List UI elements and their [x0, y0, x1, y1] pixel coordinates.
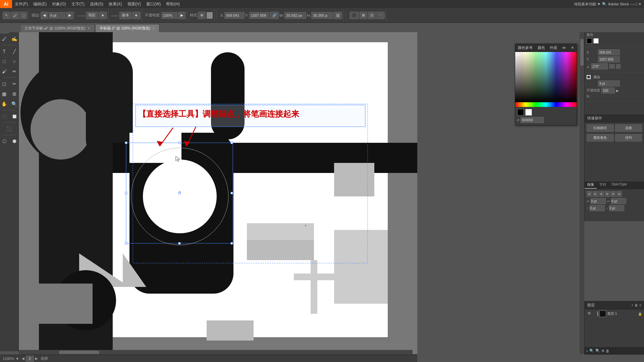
line-tool[interactable]: ╱ — [10, 47, 19, 56]
zoom-control[interactable]: 1200% ▼ — [3, 357, 19, 361]
stroke-weight-input[interactable] — [49, 12, 65, 19]
brush-type-btn[interactable]: 基本 — [119, 12, 131, 19]
color-panel-header[interactable]: 颜色参考 颜色 外观 ≫ ✕ — [515, 44, 577, 52]
gradient-tool[interactable]: ▦ — [0, 89, 9, 99]
type-tab-opentype[interactable]: OpenType — [609, 181, 630, 189]
x-input[interactable] — [224, 12, 245, 19]
color-tab2[interactable]: 外观 — [550, 45, 557, 50]
brush-type-down[interactable]: ▼ — [132, 12, 141, 19]
align-btn[interactable]: ⊞ — [360, 12, 367, 19]
hand-tool[interactable]: ✋ — [0, 99, 9, 109]
menu-window[interactable]: 窗口(W) — [144, 0, 163, 8]
tab-1-close[interactable]: ✕ — [88, 26, 90, 30]
pen-tool[interactable]: 🖊 — [0, 34, 9, 44]
h-scroll-thumb[interactable] — [59, 351, 99, 354]
window-controls[interactable]: — □ ✕ — [630, 2, 641, 6]
canvas-area[interactable]: 【直接选择工具】调整锚点，将笔画连接起来 — [19, 32, 417, 354]
move-layer-up-btn[interactable]: 🔍 — [589, 349, 594, 353]
align-center-btn[interactable]: ≡ — [593, 191, 598, 197]
hex-input[interactable] — [521, 117, 544, 123]
brush-btn[interactable]: 🖊 — [11, 12, 19, 19]
menu-edit[interactable]: 编辑(E) — [31, 0, 49, 8]
indent-right-input[interactable] — [611, 198, 626, 204]
rect-tool[interactable]: □ — [0, 57, 9, 66]
page-prev-btn[interactable]: ◀ — [22, 357, 24, 360]
arrange-btn[interactable]: 排列 — [615, 134, 642, 141]
stroke-color[interactable]: ⬜ — [10, 112, 19, 121]
opacity-arrow[interactable]: ▶ — [178, 12, 185, 19]
stroke-up-btn[interactable]: ▶ — [66, 12, 73, 19]
anchor-tool[interactable]: ✍ — [10, 34, 19, 44]
x-coord-input[interactable] — [598, 49, 620, 55]
tab-2[interactable]: 半标题-1* @ 100% (RGB/预览) ✕ — [95, 24, 160, 32]
artboard-nav-right[interactable]: ⬢ — [10, 136, 19, 146]
type-tab-char[interactable]: 字符 — [597, 181, 609, 189]
y-input[interactable] — [249, 12, 269, 19]
ellipse-tool[interactable]: ○ — [10, 57, 19, 66]
add-artboard-btn[interactable]: + — [586, 349, 588, 353]
pencil-tool[interactable]: ✏ — [10, 67, 19, 76]
delete-layer-btn[interactable]: 🗑 — [635, 303, 638, 307]
delete-selected-layer-btn[interactable]: 🗑 — [606, 349, 609, 353]
layers-panel-menu-btn[interactable]: ≡ — [639, 303, 641, 307]
color-panel-expand[interactable]: ≫ — [562, 46, 566, 50]
menu-object[interactable]: 对象(O) — [49, 0, 68, 8]
menu-help[interactable]: 帮助(H) — [163, 0, 182, 8]
opacity-expand-btn[interactable]: ▶ — [616, 89, 619, 93]
align-left-btn[interactable]: ≡ — [587, 191, 592, 197]
v-scrollbar[interactable] — [580, 32, 584, 354]
layer-lock-icon[interactable]: 🔒 — [638, 312, 642, 316]
menu-effect[interactable]: 效果(X) — [106, 0, 125, 8]
scissors-tool[interactable]: ✂ — [10, 79, 19, 88]
align-right-btn[interactable]: ≡ — [599, 191, 604, 197]
selection-tool-btn[interactable]: ↖ — [3, 12, 10, 19]
space-before-input[interactable] — [590, 205, 605, 211]
fill-color[interactable]: ⬛ — [0, 112, 9, 121]
layer-1-row[interactable]: 👁 图层 1 🔒 — [585, 309, 644, 318]
eraser-tool[interactable]: ◻ — [0, 79, 9, 88]
black-swatch[interactable] — [517, 109, 524, 116]
artboard-nav-left[interactable]: ⬡ — [0, 136, 9, 146]
angle-input[interactable] — [591, 63, 608, 69]
more-tools-btn[interactable]: ⋯ — [376, 12, 385, 19]
text-tool[interactable]: T — [0, 47, 9, 56]
h-input[interactable] — [311, 12, 333, 19]
stroke-down-btn[interactable]: ◀ — [41, 12, 48, 19]
mesh-tool[interactable]: ⊞ — [10, 89, 19, 99]
align-justify3-btn[interactable]: ≡ — [616, 191, 622, 197]
brush-tool[interactable]: 🖌 — [0, 67, 9, 76]
page-next-btn[interactable]: ▶ — [35, 357, 38, 360]
move-layer-down-btn[interactable]: 🔍 — [595, 349, 600, 353]
stroke-type-btn[interactable]: 等距 — [86, 12, 98, 19]
align-justify2-btn[interactable]: ≡ — [610, 191, 616, 197]
style-swatch[interactable] — [206, 12, 213, 19]
space-after-input[interactable] — [609, 205, 624, 211]
menu-file[interactable]: 文件(F) — [12, 0, 31, 8]
align-justify-btn[interactable]: ≡ — [605, 191, 610, 197]
tab-2-close[interactable]: ✕ — [152, 26, 155, 30]
flip-h-btn[interactable]: ↔ — [609, 64, 615, 69]
menu-text[interactable]: 文字(T) — [69, 0, 87, 8]
h-scrollbar[interactable] — [19, 350, 413, 355]
stroke-square-btn[interactable]: □ — [20, 12, 27, 19]
constrain-btn[interactable]: ⛓ — [334, 12, 342, 19]
color-hue-slider[interactable] — [515, 102, 577, 107]
w-input[interactable] — [284, 12, 306, 19]
layer-expand-icon[interactable] — [593, 311, 598, 316]
pathfinder-btn[interactable]: ⊡ — [368, 12, 376, 19]
fill-swatch[interactable] — [587, 38, 592, 44]
stroke-swatch[interactable] — [593, 38, 599, 44]
type-tab-para[interactable]: 段落 — [585, 181, 597, 189]
color-panel-close[interactable]: ✕ — [571, 46, 574, 50]
screen-mode-btn[interactable]: ⬛ — [5, 124, 14, 133]
page-input[interactable] — [26, 356, 34, 362]
zoom-dropdown-icon[interactable]: ▼ — [15, 357, 19, 361]
add-layer-btn[interactable]: + — [631, 303, 633, 307]
stroke-weight-attr-input[interactable] — [598, 80, 620, 86]
v-scroll-thumb[interactable] — [580, 39, 584, 66]
offset-path-btn[interactable]: 位移路径 — [587, 124, 614, 132]
style-icon-btn[interactable]: ⊕ — [198, 12, 206, 19]
transform-icon-btn[interactable]: ⬛ — [350, 12, 359, 19]
recolor-btn[interactable]: 重新着色 — [587, 134, 614, 141]
menu-select[interactable]: 选择(S) — [87, 0, 106, 8]
